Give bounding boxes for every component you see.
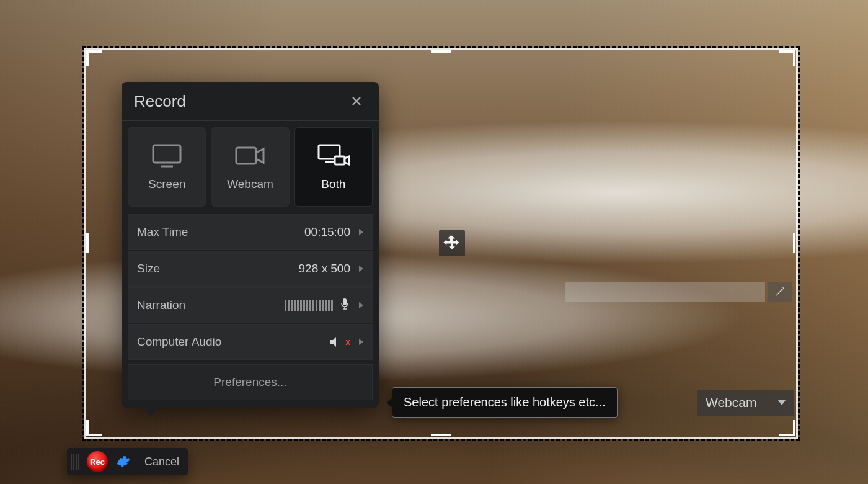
row-narration[interactable]: Narration xyxy=(128,287,373,323)
desktop-background: Webcam Record Screen We xyxy=(0,0,868,484)
size-label: Size xyxy=(137,262,160,276)
row-maxtime[interactable]: Max Time 00:15:00 xyxy=(128,214,373,250)
mode-both[interactable]: Both xyxy=(294,127,373,207)
resize-handle-left[interactable] xyxy=(86,233,89,253)
size-value: 928 x 500 xyxy=(299,262,350,276)
preferences-button[interactable]: Preferences... xyxy=(128,364,373,400)
resize-handle-br[interactable] xyxy=(779,420,795,436)
magic-wand-button[interactable] xyxy=(768,282,792,302)
record-button-label: Rec xyxy=(90,457,105,467)
drag-grip[interactable] xyxy=(71,454,79,470)
tooltip-text: Select preferences like hotkeys etc... xyxy=(404,395,606,409)
audio-label: Computer Audio xyxy=(137,335,221,349)
chevron-right-icon xyxy=(359,302,363,308)
resize-handle-tr[interactable] xyxy=(779,50,795,66)
mode-both-label: Both xyxy=(321,177,345,191)
chevron-right-icon xyxy=(359,339,363,345)
camera-icon xyxy=(232,143,267,169)
mode-screen[interactable]: Screen xyxy=(128,127,206,207)
close-button[interactable] xyxy=(347,91,366,111)
preferences-label: Preferences... xyxy=(213,375,286,389)
webcam-dropdown[interactable]: Webcam xyxy=(697,390,794,416)
resize-handle-tl[interactable] xyxy=(86,50,102,66)
preferences-tooltip: Select preferences like hotkeys etc... xyxy=(392,387,618,418)
chevron-down-icon xyxy=(778,400,786,405)
webcam-dropdown-label: Webcam xyxy=(706,395,756,410)
resize-handle-top[interactable] xyxy=(431,50,451,53)
cancel-button[interactable]: Cancel xyxy=(144,455,182,468)
panel-title: Record xyxy=(134,92,186,111)
settings-button[interactable] xyxy=(114,453,131,470)
chevron-right-icon xyxy=(359,229,363,235)
row-computer-audio[interactable]: Computer Audio x xyxy=(128,324,373,360)
record-button[interactable]: Rec xyxy=(87,451,108,472)
record-mode-tabs: Screen Webcam Both xyxy=(122,121,379,214)
resize-handle-right[interactable] xyxy=(793,233,795,253)
resize-handle-bl[interactable] xyxy=(86,420,102,436)
settings-rows: Max Time 00:15:00 Size 928 x 500 Narrati… xyxy=(122,214,379,408)
svg-rect-2 xyxy=(236,148,256,164)
record-panel: Record Screen Webcam xyxy=(122,82,379,408)
row-size[interactable]: Size 928 x 500 xyxy=(128,251,373,287)
gear-icon xyxy=(115,454,130,469)
microphone-icon xyxy=(339,298,350,313)
maxtime-label: Max Time xyxy=(137,225,188,239)
screen-camera-icon xyxy=(316,143,351,169)
divider xyxy=(138,454,138,470)
monitor-icon xyxy=(149,143,184,169)
svg-rect-0 xyxy=(153,145,180,163)
mode-screen-label: Screen xyxy=(148,177,185,191)
svg-rect-5 xyxy=(335,156,345,164)
panel-header: Record xyxy=(122,82,379,121)
maxtime-value: 00:15:00 xyxy=(304,225,350,239)
audio-meter xyxy=(285,300,333,311)
resize-handle-bottom[interactable] xyxy=(431,434,451,436)
move-region-handle[interactable] xyxy=(439,230,465,256)
control-bar[interactable]: Rec Cancel xyxy=(67,448,188,475)
overlay-strip xyxy=(565,282,765,302)
mode-webcam-label: Webcam xyxy=(227,177,273,191)
speaker-muted-icon: x xyxy=(329,336,350,347)
chevron-right-icon xyxy=(359,266,363,272)
cancel-label: Cancel xyxy=(144,455,179,468)
mode-webcam[interactable]: Webcam xyxy=(211,127,289,207)
narration-label: Narration xyxy=(137,298,185,312)
